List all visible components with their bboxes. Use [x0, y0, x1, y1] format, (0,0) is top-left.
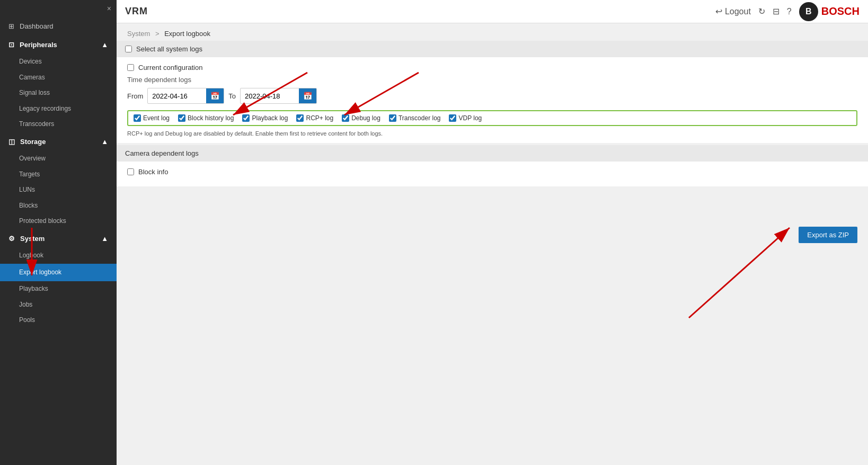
- vdp-log-item: VDP log: [449, 114, 482, 122]
- event-log-checkbox[interactable]: [134, 114, 141, 122]
- sidebar-item-jobs[interactable]: Jobs: [0, 297, 117, 313]
- main-area: VRM ↩ Logout ↻ ⊟ ? B BOSCH System: [117, 0, 868, 465]
- sidebar-item-targets[interactable]: Targets: [0, 167, 117, 183]
- time-section-label: Time dependent logs: [127, 76, 857, 84]
- to-date-input-wrap: 📅: [240, 88, 317, 104]
- header-actions: ↩ Logout ↻ ⊟ ? B BOSCH: [715, 2, 860, 21]
- from-date-input-wrap: 📅: [147, 88, 224, 104]
- sidebar-item-dashboard[interactable]: ⊞ Dashboard: [0, 17, 117, 35]
- camera-section-body: Block info: [117, 162, 868, 186]
- current-config-checkbox[interactable]: [127, 64, 134, 71]
- vdp-log-checkbox[interactable]: [449, 114, 456, 122]
- chevron-up-icon-storage: ▲: [101, 138, 108, 146]
- breadcrumb: System > Export logbook: [117, 23, 868, 41]
- section-body: Current configuration Time dependent log…: [117, 57, 868, 143]
- app-title: VRM: [125, 6, 148, 17]
- block-info-row: Block info: [127, 168, 857, 176]
- block-history-log-item: Block history log: [178, 114, 234, 122]
- sidebar-item-overview[interactable]: Overview: [0, 151, 117, 167]
- chevron-up-icon: ▲: [101, 41, 108, 49]
- calendar-icon-from: 📅: [210, 92, 219, 100]
- export-btn-container: Export as ZIP: [117, 218, 868, 252]
- debug-log-item: Debug log: [342, 114, 380, 122]
- block-history-log-checkbox[interactable]: [178, 114, 185, 122]
- log-checkboxes-row: Event log Block history log Playback log…: [127, 110, 857, 126]
- export-zip-button[interactable]: Export as ZIP: [799, 227, 857, 243]
- sidebar-item-pools[interactable]: Pools: [0, 312, 117, 328]
- select-all-checkbox[interactable]: [125, 46, 132, 52]
- monitor-button[interactable]: ⊟: [773, 6, 780, 16]
- playback-log-item: Playback log: [242, 114, 288, 122]
- sidebar-section-peripherals[interactable]: ⊡ Peripherals ▲: [0, 35, 117, 54]
- date-row: From 📅 To 📅: [127, 88, 857, 104]
- from-calendar-button[interactable]: 📅: [206, 88, 224, 103]
- chevron-up-icon-system: ▲: [101, 235, 108, 243]
- transcoder-log-checkbox[interactable]: [389, 114, 396, 122]
- from-date-input[interactable]: [148, 90, 206, 102]
- to-calendar-button[interactable]: 📅: [299, 88, 316, 103]
- help-icon: ?: [787, 7, 792, 16]
- main-panel: Select all system logs Current configura…: [117, 41, 868, 252]
- sidebar: × ⊞ Dashboard ⊡ Peripherals ▲ Devices Ca…: [0, 0, 117, 465]
- info-text: RCP+ log and Debug log are disabled by d…: [127, 130, 857, 137]
- debug-log-checkbox[interactable]: [342, 114, 349, 122]
- playback-log-checkbox[interactable]: [242, 114, 250, 122]
- logout-button[interactable]: ↩ Logout: [715, 6, 750, 16]
- sidebar-item-signal-loss[interactable]: Signal loss: [0, 85, 117, 101]
- refresh-button[interactable]: ↻: [758, 6, 765, 16]
- select-all-section: Select all system logs: [117, 41, 868, 57]
- sidebar-item-devices[interactable]: Devices: [0, 54, 117, 70]
- refresh-icon: ↻: [758, 7, 765, 16]
- sidebar-item-playbacks[interactable]: Playbacks: [0, 281, 117, 297]
- rcp-log-checkbox[interactable]: [296, 114, 304, 122]
- sidebar-item-luns[interactable]: LUNs: [0, 182, 117, 198]
- bosch-logo: B BOSCH: [799, 2, 860, 21]
- monitor-icon: ⊟: [773, 7, 780, 16]
- logout-icon: ↩: [715, 7, 722, 16]
- sidebar-item-blocks[interactable]: Blocks: [0, 198, 117, 214]
- calendar-icon-to: 📅: [303, 92, 312, 100]
- sidebar-item-cameras[interactable]: Cameras: [0, 70, 117, 86]
- sidebar-item-legacy-recordings[interactable]: Legacy recordings: [0, 101, 117, 117]
- help-button[interactable]: ?: [787, 7, 792, 16]
- block-info-checkbox[interactable]: [127, 168, 134, 175]
- close-icon: ×: [107, 4, 111, 13]
- to-date-input[interactable]: [241, 90, 299, 102]
- sidebar-item-export-logbook[interactable]: Export logbook: [0, 264, 117, 282]
- sidebar-section-system[interactable]: ⚙ System ▲: [0, 229, 117, 248]
- current-config-row: Current configuration: [127, 64, 857, 71]
- event-log-item: Event log: [134, 114, 170, 122]
- sidebar-item-transcoders[interactable]: Transcoders: [0, 117, 117, 132]
- transcoder-log-item: Transcoder log: [389, 114, 441, 122]
- sidebar-item-protected-blocks[interactable]: Protected blocks: [0, 213, 117, 229]
- camera-section-header: Camera dependent logs: [117, 145, 868, 162]
- dashboard-icon: ⊞: [8, 22, 14, 30]
- close-button[interactable]: ×: [0, 0, 117, 17]
- system-icon: ⚙: [8, 235, 15, 243]
- sidebar-section-storage[interactable]: ◫ Storage ▲: [0, 132, 117, 151]
- peripherals-icon: ⊡: [8, 41, 14, 49]
- page-content: System > Export logbook Select all syste…: [117, 23, 868, 465]
- header: VRM ↩ Logout ↻ ⊟ ? B BOSCH: [117, 0, 868, 23]
- storage-icon: ◫: [8, 138, 15, 146]
- sidebar-item-logbook[interactable]: Logbook: [0, 248, 117, 264]
- rcp-log-item: RCP+ log: [296, 114, 333, 122]
- bosch-icon: B: [799, 2, 818, 21]
